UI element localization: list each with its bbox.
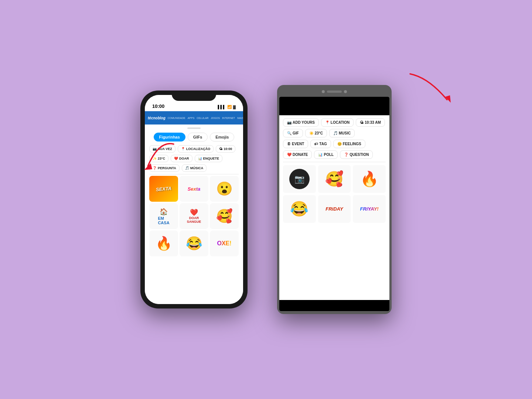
sticker-grid-section: 📷 SUA VEZ 📍 LOCALIZAÇÃO 🌤 10:00 (145, 144, 243, 304)
smile-icon: 😊 (337, 142, 342, 146)
sticker-heart-face[interactable]: 🥰 (210, 203, 239, 229)
android-content: 📷 ADD YOURS 📍 LOCATION 🌤 10:33 AM (279, 115, 389, 300)
camera-icon: 📷 (153, 147, 157, 151)
browser-nav: COMUNIDADE APPS CELULAR JOGOS INTERNET M… (168, 117, 243, 119)
android-sticker-friyay[interactable]: FRiYAY! (353, 195, 386, 223)
sun2-icon: ☀️ (309, 131, 314, 135)
scene: 10:00 ▌▌▌ 📶 ▓ técnoblog COMUNIDADE APPS … (0, 0, 532, 399)
sticker-oxe[interactable]: OXE! (210, 231, 239, 256)
tag-time-label: 10:00 (224, 147, 232, 151)
android-tag-music[interactable]: 🎵 MUSIC (329, 129, 355, 137)
sun-icon: 🌤 (219, 147, 222, 151)
iphone-time: 10:00 (152, 103, 164, 109)
question-icon: ❓ (153, 166, 157, 170)
gif-label: GIF (293, 131, 299, 135)
svg-marker-1 (445, 95, 451, 103)
android-tag-row-2: 🔍 GIF ☀️ 23°C 🎵 MUSIC (283, 129, 386, 137)
heart-icon: ❤️ (287, 153, 291, 157)
iphone-status-icons: ▌▌▌ 📶 ▓ (218, 105, 236, 109)
music-icon: 🎵 (333, 131, 338, 135)
android-tag-question[interactable]: ❓ QUESTION (340, 150, 373, 159)
android-tag-feelings[interactable]: 😊 FEELINGS (333, 140, 365, 148)
tag-time[interactable]: 🌤 10:00 (216, 145, 235, 153)
tag-musica-label: MÚSICA (190, 166, 204, 170)
android-sticker-laugh[interactable]: 😂 (283, 195, 316, 223)
tab-figurinhas[interactable]: Figurinhas (154, 133, 185, 141)
sticker-sexta1[interactable]: SEXTA (149, 176, 178, 202)
arrow-android (406, 70, 458, 115)
heart-icon: ❤️ (174, 157, 178, 160)
android-black-bottom (279, 300, 389, 311)
android-tag-tag[interactable]: 🏷 TAG (310, 140, 331, 148)
sticker-em-casa[interactable]: 🏠 EMCASA (149, 203, 178, 229)
signal-icon: ▌▌▌ (218, 105, 225, 109)
android-tag-row-3: 🗓 EVENT 🏷 TAG 😊 FEELINGS (283, 140, 386, 148)
nav-jogos[interactable]: JOGOS (211, 117, 220, 119)
tag-row-1: 📷 SUA VEZ 📍 LOCALIZAÇÃO 🌤 10:00 (149, 145, 239, 153)
sheet-handle (187, 127, 201, 129)
android-tag-row-4: ❤️ DONATE 📊 POLL ❓ QUESTION (283, 150, 386, 159)
android-sticker-fire[interactable]: 🔥 (353, 165, 386, 193)
nav-celular[interactable]: CELULAR (197, 117, 208, 119)
location-icon: 📍 (181, 147, 185, 151)
android-sticker-row-1: 📷 🥰 🔥 (283, 165, 386, 193)
tag-doar[interactable]: ❤️ DOAR (171, 155, 192, 162)
tag-temp[interactable]: ✨ 23°C (149, 155, 168, 162)
tag-pergunta-label: PERGUNTA (158, 166, 176, 170)
android-tag-location[interactable]: 📍 LOCATION (321, 118, 354, 127)
tab-gifs[interactable]: GIFs (188, 133, 208, 141)
android-cam-dot2 (344, 90, 347, 93)
tag-localizacao[interactable]: 📍 LOCALIZAÇÃO (178, 145, 214, 153)
sun-icon: 🌤 (360, 120, 364, 125)
tag-pergunta[interactable]: ❓ PERGUNTA (149, 164, 180, 172)
android-tag-time[interactable]: 🌤 10:33 AM (356, 118, 385, 127)
nav-apps[interactable]: APPS (188, 117, 195, 119)
temp-label: 23°C (315, 131, 323, 135)
android-tag-poll[interactable]: 📊 POLL (314, 150, 338, 159)
tag-musica[interactable]: 🎵 MÚSICA (182, 164, 207, 172)
tag-sua-vez[interactable]: 📷 SUA VEZ (149, 145, 175, 153)
android-sticker-heart-face[interactable]: 🥰 (318, 165, 351, 193)
sticker-laugh-cry[interactable]: 😂 (180, 231, 208, 256)
android-sticker-row-2: 😂 FRiDAY FRiYAY! (283, 195, 386, 223)
tag-icon: 🏷 (314, 142, 318, 146)
android-sticker-camera[interactable]: 📷 (283, 165, 316, 193)
camera-icon: 📷 (287, 120, 291, 125)
location-label: LOCATION (331, 120, 349, 125)
tab-emojis[interactable]: Emojis (210, 133, 234, 141)
android-cam-dot (322, 90, 325, 93)
sticker-fire[interactable]: 🔥 (149, 231, 178, 256)
tag-enquete[interactable]: 📊 ENQUETE (195, 155, 223, 162)
android-separator (283, 162, 386, 162)
music-label: MUSIC (339, 131, 351, 135)
sticker-sexta2[interactable]: Sexta (180, 176, 208, 202)
sticker-mouth[interactable]: 😮 (210, 176, 239, 202)
tag-sua-vez-label: SUA VEZ (158, 147, 172, 151)
poll-icon: 📊 (198, 157, 202, 160)
nav-mais[interactable]: MAIS (237, 117, 243, 119)
android-tag-row-1: 📷 ADD YOURS 📍 LOCATION 🌤 10:33 AM (283, 118, 386, 127)
android-sticker-friday[interactable]: FRiDAY (318, 195, 351, 223)
browser-bar: técnoblog COMUNIDADE APPS CELULAR JOGOS … (145, 111, 243, 125)
add-yours-label: ADD YOURS (293, 120, 315, 125)
battery-icon: ▓ (233, 105, 236, 109)
sticker-doar-sangue[interactable]: ❤️ DOARSANGUE (180, 203, 208, 229)
tag-row-3: ❓ PERGUNTA 🎵 MÚSICA (149, 164, 239, 172)
tag-doar-label: DOAR (179, 157, 189, 160)
android-black-top (279, 97, 389, 115)
tag-enquete-label: ENQUETE (203, 157, 219, 160)
nav-comunidade[interactable]: COMUNIDADE (168, 117, 185, 119)
android-tag-gif[interactable]: 🔍 GIF (283, 129, 303, 137)
android-tag-event[interactable]: 🗓 EVENT (283, 140, 308, 148)
android-tag-temp[interactable]: ☀️ 23°C (305, 129, 327, 137)
feelings-label: FEELINGS (343, 142, 361, 146)
android-tag-donate[interactable]: ❤️ DONATE (283, 150, 312, 159)
iphone-notch (172, 91, 216, 101)
android-tag-add-yours[interactable]: 📷 ADD YOURS (283, 118, 319, 127)
android-screen: 📷 ADD YOURS 📍 LOCATION 🌤 10:33 AM (279, 97, 389, 311)
sheet-handle-area (145, 125, 243, 130)
nav-internet[interactable]: INTERNET (222, 117, 235, 119)
browser-logo: técnoblog (148, 116, 166, 120)
sheet-tabs: Figurinhas GIFs Emojis (145, 130, 243, 144)
android-speaker (327, 91, 342, 93)
